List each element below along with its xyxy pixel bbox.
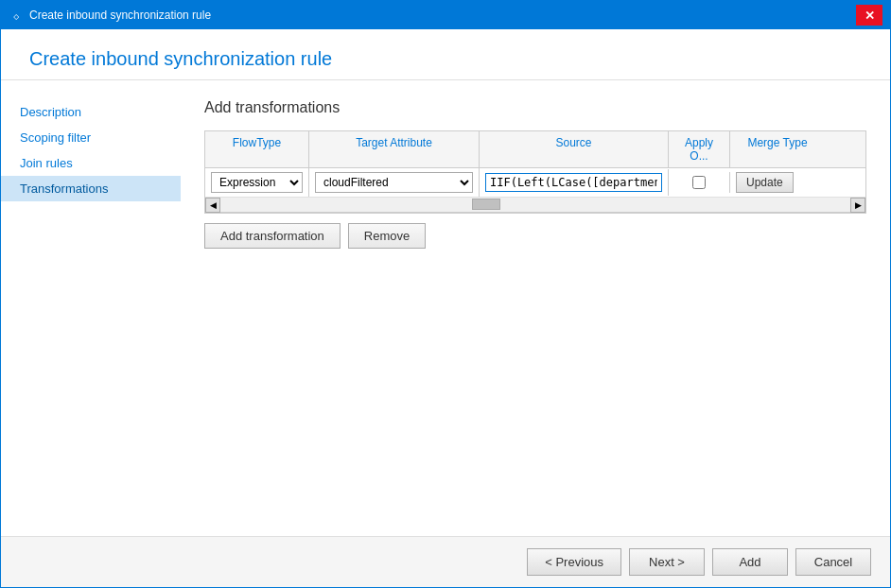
scroll-right-arrow[interactable]: ▶ [850,198,865,213]
apply-once-checkbox[interactable] [692,176,706,189]
col-header-target: Target Attribute [309,131,480,167]
cell-flowtype: Expression Direct Constant [205,168,309,197]
source-input[interactable] [485,173,662,192]
cell-source [480,169,669,196]
target-attribute-select[interactable]: cloudFiltered [316,173,472,192]
page-header: Create inbound synchronization rule [1,29,890,80]
main-content: Add transformations FlowType Target Attr… [181,80,890,536]
flowtype-select[interactable]: Expression Direct Constant [212,173,302,192]
action-buttons-row: Add transformation Remove [204,223,866,249]
table-row: Expression Direct Constant cloudFiltered [205,168,865,198]
scroll-thumb[interactable] [472,199,500,210]
flowtype-dropdown-wrapper: Expression Direct Constant [211,172,303,193]
add-button[interactable]: Add [712,548,788,576]
content-area: Description Scoping filter Join rules Tr… [1,80,890,536]
page-title: Create inbound synchronization rule [29,48,862,70]
title-bar-text: Create inbound synchronization rule [29,9,211,22]
cell-apply-once [669,172,730,193]
sidebar-item-transformations[interactable]: Transformations [1,176,181,201]
col-header-flowtype: FlowType [205,131,309,167]
next-button[interactable]: Next > [629,548,705,576]
horizontal-scrollbar[interactable]: ◀ ▶ [205,198,865,213]
window-icon: ⬦ [9,8,24,23]
previous-button[interactable]: < Previous [527,548,621,576]
close-button[interactable]: ✕ [856,5,882,26]
cell-target-attribute: cloudFiltered [309,168,480,197]
cell-merge-type: Update [730,168,825,197]
scroll-track[interactable] [220,198,850,212]
col-header-source: Source [480,131,669,167]
section-title: Add transformations [204,99,866,116]
footer: < Previous Next > Add Cancel [1,536,890,587]
transformations-table: FlowType Target Attribute Source Apply O… [204,130,866,214]
table-header: FlowType Target Attribute Source Apply O… [205,131,865,168]
target-attribute-dropdown-wrapper: cloudFiltered [315,172,473,193]
remove-button[interactable]: Remove [348,223,426,249]
sidebar: Description Scoping filter Join rules Tr… [1,80,181,536]
add-transformation-button[interactable]: Add transformation [204,223,341,249]
sidebar-item-scoping-filter[interactable]: Scoping filter [1,125,181,150]
cancel-button[interactable]: Cancel [795,548,871,576]
window-body: Create inbound synchronization rule Desc… [1,29,890,587]
col-header-merge-type: Merge Type [730,131,825,167]
col-header-apply-once: Apply O... [669,131,730,167]
title-bar: ⬦ Create inbound synchronization rule ✕ [1,1,890,29]
main-window: ⬦ Create inbound synchronization rule ✕ … [0,0,891,588]
sidebar-item-description[interactable]: Description [1,99,181,125]
title-bar-left: ⬦ Create inbound synchronization rule [9,8,211,23]
sidebar-item-join-rules[interactable]: Join rules [1,150,181,176]
update-button[interactable]: Update [736,172,794,193]
scroll-left-arrow[interactable]: ◀ [205,198,220,213]
